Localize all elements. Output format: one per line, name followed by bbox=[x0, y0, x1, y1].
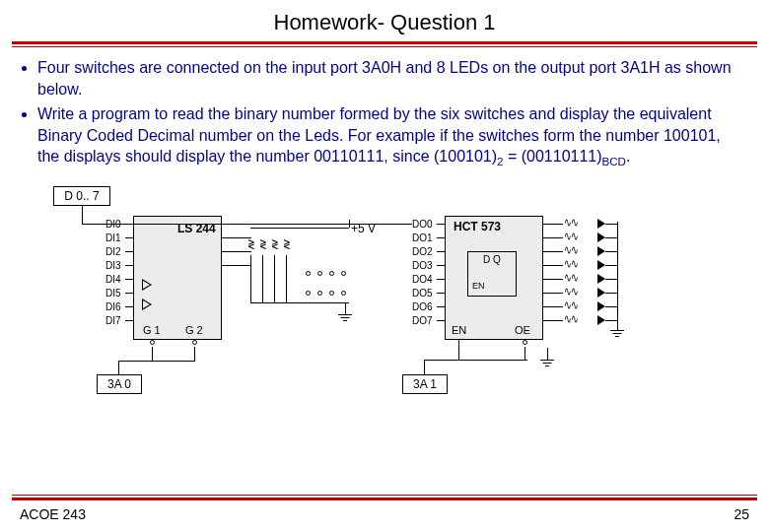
footer-rule-thin bbox=[12, 495, 757, 496]
oe-label: OE bbox=[515, 324, 530, 336]
footer-page-number: 25 bbox=[734, 506, 749, 522]
ground-icon bbox=[610, 330, 624, 340]
switch-icon bbox=[306, 271, 311, 276]
en-label: EN bbox=[452, 324, 466, 336]
inversion-bubble bbox=[150, 340, 155, 345]
page-title: Homework- Question 1 bbox=[0, 0, 769, 41]
resistor-icon: ≷ bbox=[259, 237, 266, 251]
circuit-diagram: D 0.. 7 DI0 DI1 DI2 DI3 DI4 DI5 DI6 DI7 … bbox=[20, 182, 749, 414]
led-icon bbox=[597, 219, 605, 229]
chip2-label: HCT 573 bbox=[454, 220, 501, 233]
resistor-icon: ∿∿ bbox=[564, 216, 578, 230]
led-icon bbox=[597, 301, 605, 311]
bullet-2: Write a program to read the binary numbe… bbox=[37, 103, 741, 170]
ground-icon bbox=[540, 360, 554, 369]
port-3a1-box: 3A 1 bbox=[402, 374, 448, 394]
led-icon bbox=[597, 288, 605, 298]
bus-line bbox=[82, 206, 83, 224]
inversion-bubble bbox=[192, 340, 197, 345]
led-icon bbox=[597, 260, 605, 270]
switch-icon bbox=[317, 271, 322, 276]
resistor-icon: ≷ bbox=[283, 237, 290, 251]
chip2-en-inner: EN bbox=[472, 281, 485, 291]
ground-icon bbox=[338, 314, 352, 324]
port-3a0-box: 3A 0 bbox=[97, 374, 142, 394]
footer-rule-thick bbox=[12, 498, 757, 500]
question-body: Four switches are connected on the input… bbox=[0, 47, 769, 182]
g1-label: G 1 bbox=[143, 324, 161, 336]
inversion-bubble bbox=[523, 340, 527, 345]
led-icon bbox=[597, 315, 605, 325]
di-pins: DI0 DI1 DI2 DI3 DI4 DI5 DI6 DI7 bbox=[105, 218, 121, 328]
resistor-icon: ≷ bbox=[247, 237, 254, 251]
resistor-icon: ≷ bbox=[271, 237, 278, 251]
footer-left: ACOE 243 bbox=[20, 506, 86, 522]
title-rule-thick bbox=[12, 41, 757, 44]
footer: ACOE 243 25 bbox=[0, 502, 769, 532]
led-icon bbox=[597, 246, 605, 256]
bus-label-box: D 0.. 7 bbox=[53, 186, 110, 206]
do-pins: DO0 DO1 DO2 DO3 DO4 DO5 DO6 DO7 bbox=[412, 218, 433, 328]
switch-icon bbox=[341, 271, 346, 276]
bullet-1: Four switches are connected on the input… bbox=[37, 57, 741, 100]
switch-icon bbox=[329, 271, 334, 276]
led-icon bbox=[597, 274, 605, 284]
led-icon bbox=[597, 233, 605, 242]
g2-label: G 2 bbox=[185, 324, 203, 336]
